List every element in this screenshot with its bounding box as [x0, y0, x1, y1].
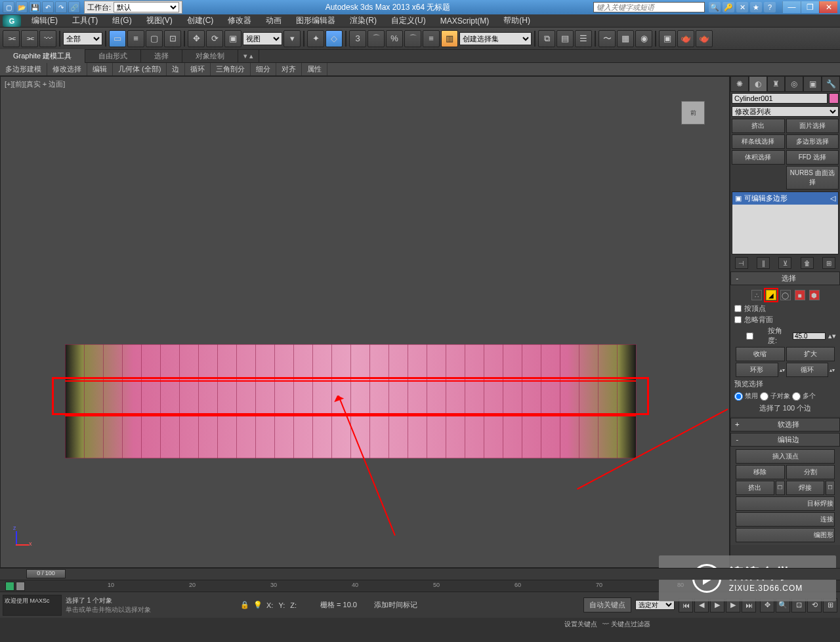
cylinder-mesh[interactable]: document.write(Array.from({length:31},(_… — [65, 344, 636, 458]
btn-split[interactable]: 分割 — [786, 465, 835, 479]
btn-extrude-settings-icon[interactable]: □ — [776, 481, 785, 495]
ribbon-panel-geom[interactable]: 几何体 (全部) — [113, 63, 167, 75]
key-icon[interactable]: 🔑 — [723, 2, 734, 12]
add-time-tag[interactable]: 添加时间标记 — [374, 600, 417, 610]
help-search-input[interactable] — [593, 2, 705, 12]
render-setup-icon[interactable]: ▣ — [659, 30, 676, 47]
ribbon-expand-icon[interactable]: ▾ ▴ — [238, 50, 259, 62]
btn-shrink[interactable]: 收缩 — [736, 347, 785, 361]
mirror-icon[interactable]: ▥ — [441, 30, 458, 47]
timeline-ruler[interactable]: 10 20 30 40 50 60 70 80 — [26, 580, 840, 592]
ribbon-tab-selection[interactable]: 选择 — [141, 49, 182, 63]
btn-polysel[interactable]: 多边形选择 — [786, 134, 839, 149]
lock-selection-icon[interactable]: 🔒 — [240, 601, 249, 609]
ribbon-panel-props[interactable]: 属性 — [302, 63, 327, 75]
mirror-tool-icon[interactable]: ⧉ — [538, 30, 555, 47]
btn-weld[interactable]: 焊接 — [786, 481, 825, 495]
material-editor-icon[interactable]: ◉ — [635, 30, 652, 47]
qat-undo-icon[interactable]: ↶ — [42, 1, 54, 13]
help-icon[interactable]: ? — [764, 2, 776, 12]
pin-stack-icon[interactable]: ⊣ — [735, 257, 748, 269]
tab-hierarchy-icon[interactable]: ♜ — [767, 76, 786, 92]
angle-spinner[interactable] — [793, 332, 826, 340]
btn-splinesel[interactable]: 样条线选择 — [732, 134, 785, 149]
btn-loop[interactable]: 循环 — [786, 363, 829, 377]
selection-filter-dropdown[interactable]: 全部 — [63, 32, 102, 45]
ribbon-panel-loops[interactable]: 循环 — [185, 63, 211, 75]
expand-icon[interactable]: ▣ — [735, 194, 742, 203]
time-slider[interactable]: 0 / 100 — [0, 568, 840, 580]
schematic-view-icon[interactable]: ▦ — [617, 30, 634, 47]
qat-save-icon[interactable]: 💾 — [29, 1, 41, 13]
manipulate-icon[interactable]: ✦ — [307, 30, 324, 47]
close-button[interactable]: ✕ — [819, 1, 837, 13]
btn-extrude-edge[interactable]: 挤出 — [736, 481, 774, 495]
modifier-list-dropdown[interactable]: 修改器列表 — [732, 106, 839, 117]
ribbon-panel-align[interactable]: 对齐 — [276, 63, 302, 75]
ribbon-tab-graphite[interactable]: Graphite 建模工具 — [0, 49, 85, 63]
bind-spacewarp-icon[interactable]: 〰 — [39, 30, 56, 47]
btn-weld-settings-icon[interactable]: □ — [826, 481, 835, 495]
btn-ring[interactable]: 环形 — [736, 363, 778, 377]
render-icon[interactable]: 🫖 — [696, 30, 713, 47]
make-unique-icon[interactable]: ⊻ — [778, 257, 791, 269]
viewport-label[interactable]: [+][前][真实 + 边面] — [5, 79, 65, 89]
btn-connect[interactable]: 连接 — [736, 512, 835, 527]
chk-ignore-backfacing[interactable] — [734, 316, 742, 323]
exchange-icon[interactable]: ✕ — [736, 2, 748, 12]
radio-preview-subobj[interactable] — [760, 392, 768, 401]
layers-icon[interactable]: ☰ — [575, 30, 592, 47]
menu-customize[interactable]: 自定义(U) — [385, 14, 432, 28]
ribbon-tab-paint[interactable]: 对象绘制 — [182, 49, 238, 63]
snap-toggle-icon[interactable]: ◇ — [326, 30, 343, 47]
btn-volsel[interactable]: 体积选择 — [732, 150, 785, 165]
align-icon[interactable]: ▤ — [556, 30, 574, 47]
menu-group[interactable]: 组(G) — [106, 14, 138, 28]
btn-remove[interactable]: 移除 — [736, 465, 785, 479]
rollout-softsel-header[interactable]: +软选择 — [730, 418, 840, 431]
viewcube[interactable]: 前 — [677, 96, 709, 129]
menu-rendering[interactable]: 渲染(R) — [343, 14, 383, 28]
btn-target-weld[interactable]: 目标焊接 — [736, 496, 835, 511]
scale-icon[interactable]: ▣ — [224, 30, 242, 47]
menu-modifiers[interactable]: 修改器 — [221, 14, 258, 28]
spinner-arrows-icon[interactable]: ▴▾ — [828, 332, 836, 340]
search-icon[interactable]: 🔍 — [709, 2, 721, 12]
chk-by-vertex[interactable] — [734, 305, 742, 312]
maximize-button[interactable]: ❐ — [801, 1, 819, 13]
menu-edit[interactable]: 编辑(E) — [25, 14, 64, 28]
ribbon-panel-modsel[interactable]: 修改选择 — [47, 63, 87, 75]
rollout-selection-header[interactable]: -选择 — [730, 271, 840, 285]
ribbon-panel-edit[interactable]: 编辑 — [87, 63, 113, 75]
angle-snap-icon[interactable]: 3 — [349, 30, 366, 47]
maxscript-listener[interactable]: 欢迎使用 MAXSc — [3, 595, 62, 616]
app-menu-icon[interactable]: G — [3, 15, 21, 27]
unlink-icon[interactable]: ⫘ — [21, 30, 38, 47]
named-sel-icon[interactable]: ≡ — [423, 30, 440, 47]
link-icon[interactable]: ⫘ — [3, 30, 20, 47]
ref-coord-dropdown[interactable]: 视图 — [243, 32, 282, 45]
menu-grapheditors[interactable]: 图形编辑器 — [289, 14, 342, 28]
menu-create[interactable]: 创建(C) — [180, 14, 220, 28]
qat-redo-icon[interactable]: ↷ — [55, 1, 67, 13]
radio-preview-off[interactable] — [734, 392, 743, 401]
minimize-button[interactable]: — — [782, 1, 801, 13]
time-slider-handle[interactable]: 0 / 100 — [26, 569, 66, 578]
workspace-dropdown[interactable]: 默认 — [114, 2, 179, 12]
btn-edit-tri[interactable]: 编图形 — [736, 528, 835, 542]
subobj-border-icon[interactable]: ◯ — [780, 290, 791, 300]
menu-views[interactable]: 视图(V) — [140, 14, 179, 28]
ring-spinner-icon[interactable]: ▴▾ — [780, 367, 785, 373]
chk-by-angle[interactable] — [734, 332, 765, 340]
named-selection-dropdown[interactable]: 创建选择集 — [459, 32, 532, 45]
key-mode-dropdown[interactable]: 选定对 — [635, 600, 675, 610]
edged-faces-icon[interactable]: ⌒ — [404, 30, 421, 47]
object-color-swatch[interactable] — [829, 93, 839, 104]
track-bar[interactable]: 10 20 30 40 50 60 70 80 — [0, 580, 840, 592]
key-filter-button[interactable]: 〰 关键点过滤器 — [602, 620, 650, 629]
ribbon-panel-subdiv[interactable]: 细分 — [251, 63, 276, 75]
tab-create-icon[interactable]: ✺ — [730, 76, 749, 92]
ribbon-tab-freeform[interactable]: 自由形式 — [85, 49, 141, 63]
ribbon-panel-polymodel[interactable]: 多边形建模 — [0, 63, 47, 75]
pivot-icon[interactable]: ▾ — [284, 30, 301, 47]
